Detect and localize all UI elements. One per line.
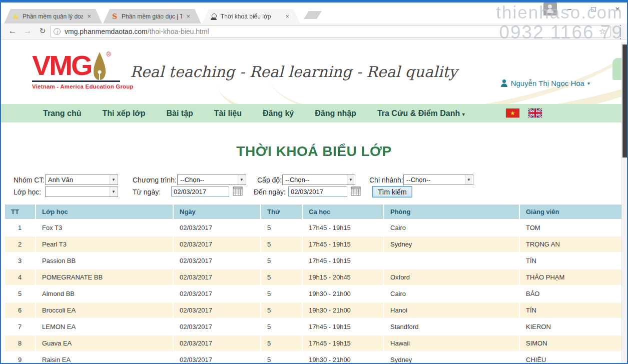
new-tab-button[interactable]: [304, 11, 322, 19]
tab-close-icon[interactable]: ×: [86, 13, 92, 20]
maximize-button[interactable]: □: [588, 2, 599, 16]
vietnam-flag-icon[interactable]: ★: [506, 108, 519, 118]
table-cell: 5: [261, 336, 303, 352]
table-cell: Hawaii: [384, 336, 520, 352]
table-cell: TÍN: [520, 302, 621, 319]
back-button[interactable]: ←: [6, 24, 19, 38]
table-cell: 5: [261, 302, 303, 319]
user-icon: [500, 80, 508, 87]
table-cell: CHIỀU: [520, 352, 621, 363]
tab-close-icon[interactable]: ×: [284, 13, 290, 20]
logo-subtitle: Vietnam - America Education Group: [32, 84, 134, 90]
table-row: 2Pearl T302/03/2017517h45 - 19h15SydneyT…: [5, 236, 621, 253]
table-cell: 02/03/2017: [174, 236, 261, 253]
url-text[interactable]: vmg.phanmemdaotao.com/thoi-khoa-bieu.htm…: [65, 28, 598, 36]
chi-nhanh-select[interactable]: --Chọn--▼: [403, 174, 473, 185]
window-controls: – □ ×: [564, 2, 623, 16]
table-cell: 3: [5, 253, 36, 270]
site-tagline: Real teaching - Real learning - Real qua…: [130, 63, 457, 80]
language-flags: ★: [506, 108, 542, 118]
uk-flag-icon[interactable]: [528, 108, 542, 118]
s-logo-icon: [111, 13, 119, 20]
calendar-icon[interactable]: [351, 186, 361, 196]
browser-menu-icon[interactable]: ⋮⋮⋮: [616, 25, 625, 38]
timetable-body: 1Fox T302/03/2017517h45 - 19h15CairoTOM2…: [5, 220, 621, 363]
lop-hoc-label: Lớp học:: [14, 188, 41, 196]
table-cell: 1: [5, 220, 36, 236]
chevron-down-icon: ▾: [587, 80, 590, 86]
table-cell: POMEGRANATE BB: [36, 270, 174, 286]
chuong-trinh-label: Chương trình:: [133, 176, 177, 184]
user-name: Nguyễn Thị Ngọc Hoa: [511, 79, 584, 88]
nhom-ct-select[interactable]: Anh Văn▼: [45, 174, 118, 185]
scrollbar-thumb[interactable]: [622, 44, 627, 158]
nav-item-4[interactable]: Tài liệu: [204, 109, 252, 118]
reload-button[interactable]: ↻: [36, 24, 49, 38]
close-button[interactable]: ×: [612, 2, 623, 16]
forward-button[interactable]: →: [21, 24, 34, 38]
table-row: 3Passion BB02/03/2017517h45 - 19h15TÍN: [5, 253, 621, 270]
minimize-button[interactable]: –: [564, 2, 575, 16]
tab-close-icon[interactable]: ×: [185, 13, 191, 20]
nav-item-5[interactable]: Đăng ký: [252, 109, 304, 118]
table-cell: Sydney: [384, 352, 520, 363]
browser-window: Phần mềm quản lý doanh×Phần mềm giáo dục…: [0, 0, 628, 364]
table-cell: 19h30 - 21h00: [303, 352, 384, 363]
calendar-icon[interactable]: [233, 186, 243, 196]
cap-do-select[interactable]: --Chọn--▼: [282, 174, 355, 185]
profile-button[interactable]: [543, 2, 557, 16]
column-header: TT: [5, 204, 36, 220]
table-cell: 19h30 - 21h00: [303, 286, 384, 302]
table-cell: Cairo: [384, 286, 520, 302]
table-cell: 6: [5, 302, 36, 319]
table-cell: 17h45 - 19h15: [303, 319, 384, 336]
table-cell: 17h45 - 19h15: [303, 236, 384, 253]
column-header: Ca học: [303, 204, 384, 220]
lop-hoc-select[interactable]: ▼: [45, 186, 118, 197]
browser-tab-3[interactable]: Thời khoá biểu lớp×: [202, 9, 300, 24]
table-cell: 17h45 - 19h15: [303, 336, 384, 352]
scrollbar[interactable]: [621, 42, 627, 363]
table-cell: 8: [5, 336, 36, 352]
browser-tab-2[interactable]: Phần mềm giáo dục | Tiế×: [103, 9, 201, 24]
table-row: 1Fox T302/03/2017517h45 - 19h15CairoTOM: [5, 220, 621, 236]
table-cell: Almond BB: [36, 286, 174, 302]
table-cell: 02/03/2017: [174, 302, 261, 319]
site-header: VMG ® Vietnam - America Education Group …: [1, 42, 627, 104]
tu-ngay-input[interactable]: [171, 186, 229, 196]
table-cell: Fox T3: [36, 220, 174, 236]
nav-item-6[interactable]: Đăng nhập: [304, 109, 367, 118]
den-ngay-label: Đến ngày:: [254, 188, 286, 196]
table-cell: THẢO PHẠM: [520, 270, 621, 286]
address-bar[interactable]: i vmg.phanmemdaotao.com/thoi-khoa-bieu.h…: [50, 25, 610, 38]
page-title: THỜI KHOÁ BIỂU LỚP: [1, 144, 627, 160]
chevron-down-icon: ▼: [110, 175, 117, 184]
main-content: THỜI KHOÁ BIỂU LỚP Nhóm CT: Anh Văn▼ Chư…: [1, 144, 627, 363]
table-row: 5Almond BB02/03/2017519h30 - 21h00CairoB…: [5, 286, 621, 302]
user-menu[interactable]: Nguyễn Thị Ngọc Hoa ▾: [500, 79, 590, 88]
table-cell: 02/03/2017: [174, 319, 261, 336]
table-cell: 5: [261, 352, 303, 363]
nav-item-1[interactable]: Trang chủ: [33, 109, 92, 118]
nav-item-7[interactable]: Tra Cứu & Điểm Danh ▾: [367, 109, 475, 118]
vmg-logo[interactable]: VMG ® Vietnam - America Education Group: [32, 51, 134, 90]
chuong-trinh-select[interactable]: --Chọn--▼: [177, 174, 246, 185]
table-row: 6Broccoli EA02/03/2017519h30 - 21h00Hano…: [5, 302, 621, 319]
nav-item-3[interactable]: Bài tập: [156, 109, 204, 118]
table-cell: 5: [261, 253, 303, 270]
table-cell: 19h30 - 21h00: [303, 302, 384, 319]
table-cell: LEMON EA: [36, 319, 174, 336]
table-cell: 19h15 - 20h45: [303, 270, 384, 286]
browser-tab-1[interactable]: Phần mềm quản lý doanh×: [4, 9, 102, 24]
bookmark-star-icon[interactable]: ☆: [598, 26, 607, 36]
table-cell: 02/03/2017: [174, 253, 261, 270]
table-row: 4POMEGRANATE BB02/03/2017519h15 - 20h45O…: [5, 270, 621, 286]
page-info-icon[interactable]: i: [54, 28, 61, 35]
table-cell: [384, 253, 520, 270]
table-cell: Standford: [384, 319, 520, 336]
den-ngay-input[interactable]: [288, 186, 347, 196]
table-cell: Guava EA: [36, 336, 174, 352]
table-cell: TOM: [520, 220, 621, 236]
nav-item-2[interactable]: Thi xếp lớp: [92, 109, 156, 118]
search-button[interactable]: Tìm kiếm: [372, 186, 412, 198]
